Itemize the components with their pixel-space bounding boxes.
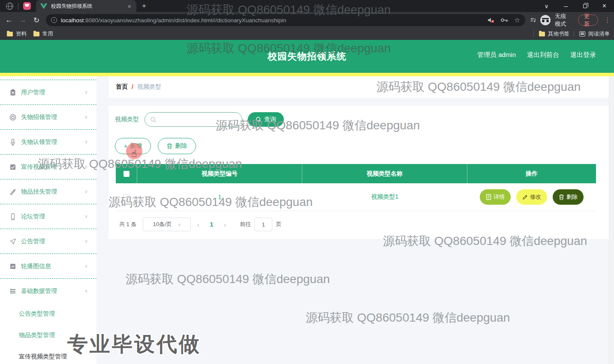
chevron-up-icon: ∧ <box>84 288 88 294</box>
data-table: 视频类型编号 视频类型名称 操作 1 视频类型1 详情 修改 删除 <box>116 164 596 211</box>
chevron-down-icon: ∨ <box>84 164 88 170</box>
close-window-button[interactable]: × <box>595 2 614 10</box>
search-icon <box>150 116 157 123</box>
browser-menu-icon[interactable]: ⋮ <box>604 16 611 24</box>
cell-video-type-id: 1 <box>137 194 302 200</box>
sidebar-item-basic-data-mgmt[interactable]: 基础数据管理 ∧ <box>0 278 96 303</box>
phone-icon <box>9 213 16 220</box>
forward-button[interactable]: → <box>16 16 30 24</box>
clipboard-icon <box>9 89 16 96</box>
breadcrumb: 首页 / 视频类型 <box>108 76 609 98</box>
bookmark-folder[interactable]: 资料 <box>7 30 27 38</box>
watermark-big: 专业毕设代做 <box>67 331 201 358</box>
tab-title: 校园失物招领系统 <box>51 3 126 10</box>
detail-button[interactable]: 详情 <box>480 189 511 205</box>
prev-page-button[interactable]: ‹ <box>191 221 205 228</box>
sidebar-item-forum-mgmt[interactable]: 论坛管理 ∨ <box>0 204 96 229</box>
accent-stripe <box>0 73 614 76</box>
chevron-down-icon: ∨ <box>84 189 88 194</box>
sidebar-subitem-notice-type[interactable]: 公告类型管理 <box>0 303 96 325</box>
reading-list-icon <box>579 31 585 36</box>
select-all-checkbox[interactable] <box>123 171 129 177</box>
minimize-button[interactable] <box>556 3 575 9</box>
trash-icon <box>167 143 172 149</box>
current-page[interactable]: 1 <box>205 221 217 228</box>
divider <box>574 31 574 37</box>
batch-delete-button[interactable]: 删除 <box>158 138 196 154</box>
search-icon <box>256 116 262 122</box>
search-input[interactable] <box>144 112 242 127</box>
send-icon <box>9 238 16 245</box>
divider <box>533 31 534 37</box>
pinned-app-icon[interactable] <box>23 2 31 10</box>
query-button[interactable]: 查询 <box>248 112 284 127</box>
other-bookmarks-button[interactable]: 其他书签 <box>539 30 569 38</box>
goto-page-input[interactable] <box>254 218 272 231</box>
tab-close-icon[interactable]: × <box>126 3 133 10</box>
pagination: 共 1 条 10条/页 ∨ ‹ 1 › 前往 页 <box>119 218 281 231</box>
chevron-down-icon: ∨ <box>84 139 88 145</box>
table-row: 1 视频类型1 详情 修改 删除 <box>116 183 596 211</box>
table-header-row: 视频类型编号 视频类型名称 操作 <box>116 164 596 183</box>
exit-to-front-link[interactable]: 退出到前台 <box>527 51 559 59</box>
sidebar-item-claim-mgmt[interactable]: 失物认领管理 ∨ <box>0 129 96 154</box>
sidebar-item-carousel-info[interactable]: 轮播图信息 ∨ <box>0 254 96 278</box>
tab-strip: 校园失物招领系统 × + ∨ × <box>0 0 614 12</box>
password-key-icon[interactable] <box>501 18 508 22</box>
pagination-total: 共 1 条 <box>119 221 136 228</box>
window-controls: ∨ × <box>537 0 614 12</box>
pen-slash-icon <box>9 188 16 195</box>
reading-list-button[interactable]: 阅读清单 <box>579 30 610 38</box>
folder-icon <box>7 32 13 36</box>
menu-list-icon <box>9 288 16 295</box>
back-button[interactable]: ← <box>2 16 16 24</box>
page-unit-label: 页 <box>276 221 281 228</box>
sidebar-item-report-loss-mgmt[interactable]: 物品挂失管理 ∨ <box>0 179 96 204</box>
breadcrumb-home[interactable]: 首页 <box>116 83 128 91</box>
breadcrumb-current: 视频类型 <box>137 83 161 91</box>
media-controls-icon[interactable] <box>530 17 536 23</box>
restore-button[interactable] <box>575 3 595 9</box>
microphone-icon <box>9 139 16 146</box>
sidebar-item-video-mgmt[interactable]: 宣传视频管理 ∨ <box>0 154 96 179</box>
incognito-label: 无痕模式 <box>555 12 571 28</box>
new-tab-button[interactable]: + <box>142 2 146 10</box>
address-bar[interactable]: i localhost:8080/xiaoyuansiwuzhaoling/ad… <box>46 14 525 26</box>
sidebar-item-notice-mgmt[interactable]: 公告管理 ∨ <box>0 229 96 254</box>
chrome-update-button[interactable]: 更新 <box>578 15 598 26</box>
folder-icon <box>33 32 39 36</box>
url-text[interactable]: localhost:8080/xiaoyuansiwuzhaoling/admi… <box>61 17 488 24</box>
pencil-icon <box>522 194 528 200</box>
trash-icon <box>559 194 564 200</box>
logout-link[interactable]: 退出登录 <box>570 51 596 59</box>
bookmark-folder[interactable]: 常用 <box>33 30 53 38</box>
browser-toolbar: ← → ↻ i localhost:8080/xiaoyuansiwuzhaol… <box>0 12 614 28</box>
browser-tab[interactable]: 校园失物招领系统 × <box>36 0 136 12</box>
reload-button[interactable]: ↻ <box>30 16 43 25</box>
tab-search-icon[interactable]: ∨ <box>537 3 556 9</box>
goto-label: 前往 <box>240 221 251 228</box>
content-panel: 视频类型 查询 + 新增 删除 视频类型编号 视频类型名称 操作 1 视频类型1 <box>108 106 609 239</box>
chevron-down-icon: ∨ <box>84 263 88 269</box>
incognito-badge-icon[interactable] <box>540 15 551 25</box>
divider <box>18 3 18 9</box>
breadcrumb-separator: / <box>132 84 133 90</box>
edit-button[interactable]: 修改 <box>516 189 547 205</box>
row-checkbox[interactable] <box>123 194 129 200</box>
next-page-button[interactable]: › <box>217 221 232 228</box>
sidebar-item-user-mgmt[interactable]: 用户管理 ∨ <box>0 80 96 104</box>
search-field-label: 视频类型 <box>115 116 139 123</box>
sidebar-item-lost-found-mgmt[interactable]: 失物招领管理 ∨ <box>0 104 96 129</box>
browser-logo-icon <box>6 3 13 10</box>
site-info-icon[interactable]: i <box>51 17 57 23</box>
audio-muted-icon[interactable] <box>488 17 494 23</box>
vue-favicon-icon <box>40 3 47 9</box>
folder-icon <box>539 32 545 36</box>
bookmark-star-icon[interactable]: ☆ <box>515 16 520 24</box>
page-size-select[interactable]: 10条/页 ∨ <box>143 218 191 231</box>
admin-user-label: 管理员 admin <box>477 51 516 59</box>
delete-button[interactable]: 删除 <box>553 189 584 205</box>
scrollbar[interactable] <box>609 76 614 364</box>
column-header: 视频类型名称 <box>302 164 467 183</box>
watermark: 源码获取 QQ86050149 微信deepguan <box>126 271 330 287</box>
